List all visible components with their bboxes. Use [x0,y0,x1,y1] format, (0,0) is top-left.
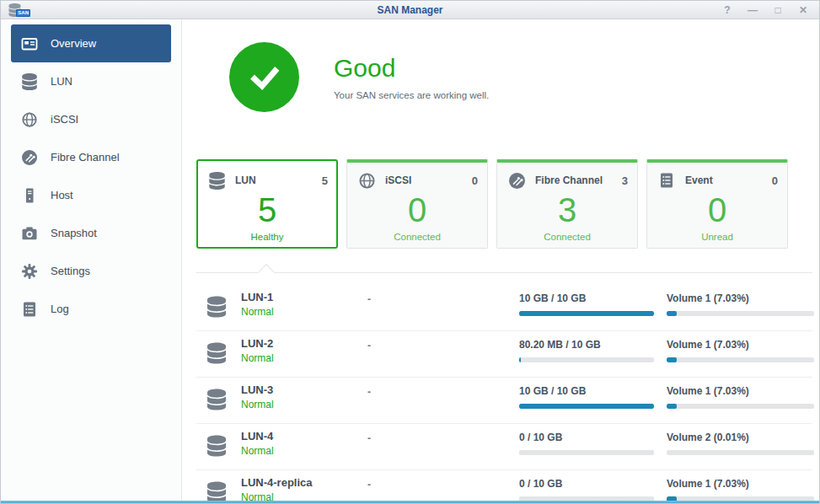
card-value: 3 [506,193,628,227]
card-fibre-channel[interactable]: Fibre Channel 3 3 Connected [496,159,638,249]
sidebar-item-log[interactable]: Log [11,290,171,328]
sidebar-item-label: Log [51,303,69,315]
window-controls: ? — □ ✕ [721,2,809,19]
lun-volume-label: Volume 1 (7.03%) [667,292,814,304]
host-server-icon [19,186,40,205]
summary-cards: LUN 5 5 Healthy iSCSI 0 0 Connected [196,159,812,249]
lun-target: - [367,386,371,398]
lun-volume-label: Volume 1 (7.03%) [667,339,814,351]
lun-disk-icon [207,296,226,321]
card-count-badge: 3 [622,174,628,187]
lun-disk-icon [207,389,226,414]
lun-icon [19,72,40,91]
sidebar-item-settings[interactable]: Settings [11,252,171,290]
iscsi-globe-icon [19,110,40,129]
card-count-badge: 0 [772,174,778,187]
fibre-channel-icon [506,170,527,190]
sidebar-item-label: Host [51,189,73,201]
lun-size-bar [519,450,654,455]
card-status: Connected [506,232,628,242]
lun-volume-label: Volume 1 (7.03%) [667,385,814,397]
lun-row-2[interactable]: LUN-2 Normal - 80.20 MB / 10 GB Volume 1… [196,331,812,378]
sidebar-item-iscsi[interactable]: iSCSI [11,100,171,138]
lun-size-label: 10 GB / 10 GB [519,292,654,304]
card-lun[interactable]: LUN 5 5 Healthy [196,159,338,249]
lun-target: - [367,340,371,351]
lun-row-1[interactable]: LUN-1 Normal - 10 GB / 10 GB Volume 1 (7… [196,285,812,331]
lun-volume-bar [667,357,814,362]
sidebar-item-overview[interactable]: Overview [11,24,171,62]
sidebar-item-lun[interactable]: LUN [11,62,171,100]
iscsi-globe-icon [356,170,377,190]
lun-target: - [367,293,371,305]
selected-card-pointer [258,264,275,281]
lun-name: LUN-3 [241,383,274,396]
lun-volume-bar [667,450,814,455]
card-status: Connected [356,232,478,242]
card-title: LUN [235,174,256,186]
health-status-subtitle: Your SAN services are working well. [334,90,489,100]
lun-status: Normal [241,445,274,457]
card-value: 5 [206,193,328,227]
health-check-icon [229,42,299,112]
lun-name: LUN-4-replica [241,476,313,489]
card-status: Healthy [206,232,328,242]
lun-row-4[interactable]: LUN-4 Normal - 0 / 10 GB Volume 2 (0.01%… [196,424,812,470]
maximize-button[interactable]: □ [772,2,784,19]
card-title: Fibre Channel [535,174,603,186]
card-iscsi[interactable]: iSCSI 0 0 Connected [346,159,488,249]
window-bottom-edge [1,501,819,503]
sidebar-item-snapshot[interactable]: Snapshot [11,214,171,252]
card-value: 0 [356,193,478,227]
lun-target: - [367,432,371,444]
lun-volume-label: Volume 2 (0.01%) [667,432,814,443]
lun-size-bar [519,311,654,316]
card-title: iSCSI [385,174,411,186]
lun-status: Normal [241,306,274,318]
lun-volume-bar [667,311,814,316]
titlebar: SAN SAN Manager ? — □ ✕ [1,1,819,19]
lun-name: LUN-4 [241,430,274,442]
lun-disk-icon [207,342,226,367]
lun-volume-label: Volume 1 (7.03%) [667,478,814,490]
san-app-icon: SAN [8,3,30,18]
sidebar-item-fibre-channel[interactable]: Fibre Channel [11,138,171,176]
help-button[interactable]: ? [721,2,733,19]
lun-name: LUN-1 [241,291,274,303]
san-manager-window: SAN SAN Manager ? — □ ✕ Overview LUN [0,0,820,504]
lun-size-label: 0 / 10 GB [519,478,654,490]
sidebar-item-label: Fibre Channel [51,151,120,164]
log-icon [19,300,40,319]
lun-size-label: 10 GB / 10 GB [519,385,654,397]
app-badge: SAN [16,9,30,17]
card-event[interactable]: Event 0 0 Unread [646,159,788,249]
card-status: Unread [657,232,778,242]
sidebar-item-label: LUN [51,75,72,88]
window-title: SAN Manager [1,1,819,19]
lun-row-3[interactable]: LUN-3 Normal - 10 GB / 10 GB Volume 1 (7… [196,378,812,424]
health-status-hero: Good Your SAN services are working well. [183,20,819,112]
card-count-badge: 5 [322,174,328,187]
card-value: 0 [657,193,778,227]
sidebar-item-host[interactable]: Host [11,176,171,214]
minimize-button[interactable]: — [747,2,758,19]
sidebar-item-label: iSCSI [51,113,78,126]
card-title: Event [685,174,713,186]
settings-gear-icon [19,262,40,281]
card-count-badge: 0 [472,174,478,187]
lun-volume-bar [667,404,814,409]
lun-size-bar [519,357,654,362]
lun-row-5[interactable]: LUN-4-replica Normal - 0 / 10 GB Volume … [196,470,812,501]
snapshot-camera-icon [19,224,40,243]
lun-disk-icon [207,435,226,460]
lun-status: Normal [241,352,274,364]
lun-size-bar [519,404,654,409]
lun-disk-icon [207,481,226,501]
lun-icon [206,170,227,190]
overview-icon [19,35,40,53]
event-list-icon [657,170,677,190]
close-button[interactable]: ✕ [797,2,809,19]
lun-status: Normal [241,491,313,501]
sidebar-item-label: Overview [51,37,96,50]
fibre-channel-icon [19,148,40,167]
